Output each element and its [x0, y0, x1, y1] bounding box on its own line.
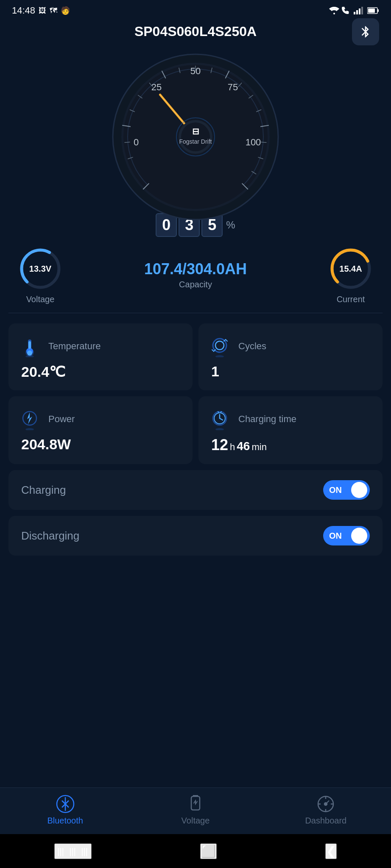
person-icon: 🧑 [61, 6, 70, 15]
power-card: Power 204.8W [8, 396, 193, 464]
call-icon [342, 7, 351, 14]
header: SP04S060L4S250A [0, 19, 391, 44]
divider-1 [8, 313, 383, 313]
android-nav-bar: ⫼⫼⫼ ⬜ ❮ [0, 834, 391, 868]
map-icon: 🗺 [50, 6, 57, 15]
power-value: 204.8W [17, 436, 184, 453]
svg-text:100: 100 [246, 137, 261, 147]
svg-point-57 [25, 428, 34, 430]
charging-time-title: Charging time [238, 414, 296, 425]
status-time: 14:48 [12, 5, 35, 16]
discharging-toggle-card: Discharging ON [8, 516, 383, 556]
status-right [329, 7, 379, 14]
cards-grid: Temperature 20.4℃ Cycles 1 [0, 317, 391, 470]
cycles-card: Cycles 1 [198, 323, 383, 390]
charging-toggle-card: Charging ON [8, 470, 383, 510]
capacity-metric: 107.4/304.0AH Capacity [144, 260, 247, 289]
nav-item-dashboard[interactable]: Dashboard [292, 795, 360, 826]
temperature-value: 20.4℃ [17, 363, 184, 380]
svg-line-63 [220, 418, 223, 420]
svg-point-59 [215, 428, 224, 430]
thermometer-icon [17, 334, 42, 359]
voltage-metric: 13.3V Voltage [17, 245, 64, 304]
charging-toggle-label: Charging [21, 484, 66, 497]
discharging-toggle-state: ON [326, 531, 342, 541]
charging-time-header: Charging time [207, 406, 374, 432]
svg-text:0: 0 [134, 137, 139, 147]
capacity-value: 107.4/304.0AH [144, 260, 247, 278]
temperature-header: Temperature [17, 334, 184, 359]
discharging-toggle-label: Discharging [21, 529, 79, 542]
cycles-title: Cycles [238, 341, 266, 352]
current-label: Current [337, 295, 365, 304]
voltage-value: 13.3V [29, 264, 51, 274]
charging-toggle-switch[interactable]: ON [323, 480, 370, 500]
device-title: SP04S060L4S250A [134, 24, 257, 39]
nav-dashboard-label: Dashboard [305, 816, 346, 826]
bluetooth-icon [359, 25, 372, 39]
svg-text:Fogstar Drift: Fogstar Drift [179, 138, 212, 145]
svg-text:⊟: ⊟ [192, 127, 199, 136]
discharging-toggle-switch[interactable]: ON [323, 526, 370, 545]
charging-toggle-state: ON [326, 485, 342, 495]
power-title: Power [48, 414, 75, 425]
signal-icon [354, 7, 365, 14]
gauge-section: 0 25 50 75 100 ⊟ Fogstar Drift [0, 44, 391, 237]
nav-voltage-label: Voltage [182, 816, 210, 826]
svg-point-54 [215, 355, 224, 357]
temperature-title: Temperature [48, 341, 101, 352]
capacity-label: Capacity [179, 280, 212, 289]
svg-point-0 [333, 13, 335, 14]
charging-time-value: 12 h 46 min [207, 436, 374, 454]
current-value: 15.4A [339, 264, 362, 274]
svg-text:25: 25 [151, 82, 162, 92]
power-icon [17, 406, 42, 432]
gauge-svg: 0 25 50 75 100 ⊟ Fogstar Drift [106, 48, 285, 226]
svg-rect-51 [28, 341, 31, 349]
power-header: Power [17, 406, 184, 432]
svg-rect-3 [359, 8, 360, 14]
metrics-row: 13.3V Voltage 107.4/304.0AH Capacity 15.… [0, 237, 391, 309]
bluetooth-button[interactable] [352, 18, 379, 45]
svg-line-28 [261, 142, 267, 142]
svg-text:50: 50 [190, 66, 201, 76]
nav-voltage-icon [186, 795, 205, 813]
temperature-card: Temperature 20.4℃ [8, 323, 193, 390]
bottom-nav: Bluetooth Voltage Dashboard [0, 787, 391, 834]
wifi-icon [329, 7, 339, 14]
android-back-btn[interactable]: ❮ [325, 843, 337, 859]
nav-dashboard-icon [316, 795, 335, 813]
charging-time-card: Charging time 12 h 46 min [198, 396, 383, 464]
status-left: 14:48 🖼 🗺 🧑 [12, 5, 70, 16]
svg-rect-2 [356, 10, 358, 14]
android-home-btn[interactable]: ⬜ [200, 843, 217, 859]
svg-rect-6 [377, 9, 379, 12]
nav-item-voltage[interactable]: Voltage [162, 795, 229, 826]
nav-bluetooth-label: Bluetooth [47, 816, 83, 826]
svg-rect-7 [368, 8, 375, 13]
battery-icon [367, 7, 379, 14]
nav-bluetooth-icon [56, 795, 75, 813]
svg-point-52 [27, 351, 32, 356]
clock-icon [207, 406, 232, 432]
current-metric: 15.4A Current [327, 245, 374, 304]
svg-line-14 [125, 142, 130, 142]
cycles-icon [207, 334, 232, 359]
cycles-value: 1 [207, 363, 374, 380]
voltage-label: Voltage [26, 295, 55, 304]
cycles-header: Cycles [207, 334, 374, 359]
discharging-toggle-knob [351, 528, 367, 544]
svg-rect-4 [361, 7, 363, 14]
nav-item-bluetooth[interactable]: Bluetooth [31, 795, 99, 826]
status-bar: 14:48 🖼 🗺 🧑 [0, 0, 391, 19]
photo-icon: 🖼 [39, 6, 46, 15]
current-circle: 15.4A [327, 245, 374, 292]
svg-point-56 [215, 341, 224, 350]
gauge-container: 0 25 50 75 100 ⊟ Fogstar Drift [106, 48, 285, 226]
svg-point-53 [25, 355, 34, 357]
svg-text:75: 75 [228, 82, 238, 92]
svg-rect-1 [354, 12, 355, 14]
charging-toggle-knob [351, 482, 367, 498]
voltage-circle: 13.3V [17, 245, 64, 292]
android-recent-btn[interactable]: ⫼⫼⫼ [54, 843, 92, 859]
